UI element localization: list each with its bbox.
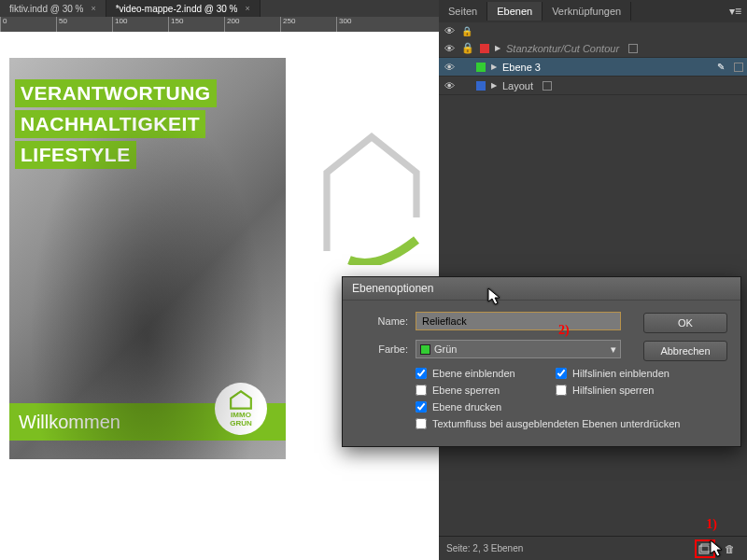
document-tab[interactable]: fiktiv.indd @ 30 %×	[0, 0, 106, 17]
lock-header-icon: 🔒	[461, 26, 472, 36]
layer-name-input[interactable]	[416, 312, 621, 330]
layer-color-swatch	[476, 81, 486, 91]
edit-icon[interactable]: ✎	[717, 62, 725, 72]
visibility-toggle-icon[interactable]: 👁	[443, 62, 456, 73]
panel-menu-icon[interactable]: ▾≡	[724, 5, 747, 18]
layer-color-swatch	[476, 63, 486, 72]
ok-button[interactable]: OK	[643, 313, 727, 333]
shape-outline-icon	[316, 125, 428, 265]
selection-indicator[interactable]	[628, 44, 638, 53]
lock-layer-checkbox[interactable]: Ebene sperren	[416, 385, 556, 396]
lock-guides-checkbox[interactable]: Hilfslinien sperren	[556, 385, 714, 396]
chevron-down-icon: ▾	[611, 343, 616, 356]
selection-indicator[interactable]	[543, 81, 552, 91]
welcome-bar: Willkommen IMMO GRÜN	[9, 403, 286, 441]
headline-text: LIFESTYLE	[15, 141, 136, 169]
show-layer-checkbox[interactable]: Ebene einblenden	[416, 368, 556, 379]
show-guides-checkbox[interactable]: Hilfslinien einblenden	[556, 368, 714, 379]
lock-icon[interactable]: 🔒	[461, 42, 474, 54]
document-tab[interactable]: *video-mappe-2.indd @ 30 %×	[106, 0, 261, 17]
layer-name: Stanzkontur/Cut Contour	[506, 43, 619, 54]
layer-row[interactable]: 👁 ▶ Layout	[439, 77, 747, 95]
visibility-toggle-icon[interactable]: 👁	[443, 80, 456, 91]
annotation-marker: 2)	[558, 323, 570, 338]
dialog-title: Ebenenoptionen	[343, 277, 740, 301]
horizontal-ruler: 0 50 100 150 200 250 300	[0, 17, 439, 32]
layer-color-swatch	[480, 44, 489, 53]
headline-text: NACHHALTIGKEIT	[15, 110, 205, 138]
close-icon[interactable]: ×	[246, 4, 250, 13]
close-icon[interactable]: ×	[91, 4, 95, 13]
new-layer-button[interactable]	[695, 539, 715, 558]
layer-color-select[interactable]: Grün ▾	[416, 340, 621, 358]
document-tab-label: *video-mappe-2.indd @ 30 %	[116, 4, 238, 14]
suppress-wrap-checkbox[interactable]: Textumfluss bei ausgeblendeten Ebenen un…	[416, 418, 714, 429]
annotation-marker: 1)	[706, 517, 717, 532]
layer-options-dialog: Ebenenoptionen OK Abbrechen Name: Farbe:…	[342, 276, 741, 447]
panel-tabs: Seiten Ebenen Verknüpfungen ▾≡	[439, 0, 747, 22]
layer-row[interactable]: 👁 🔒 ▶ Stanzkontur/Cut Contour	[439, 39, 747, 58]
cancel-button[interactable]: Abbrechen	[643, 341, 727, 361]
color-chip-icon	[420, 344, 430, 355]
layer-name: Layout	[502, 80, 533, 91]
layer-name: Ebene 3	[502, 62, 541, 73]
page-artwork[interactable]: VERANTWORTUNG NACHHALTIGKEIT LIFESTYLE W…	[9, 58, 286, 459]
selection-indicator[interactable]	[734, 63, 743, 72]
visibility-toggle-icon[interactable]: 👁	[443, 43, 456, 54]
panel-status-text: Seite: 2, 3 Ebenen	[446, 543, 523, 553]
print-layer-checkbox[interactable]: Ebene drucken	[416, 401, 556, 413]
visibility-header-icon: 👁	[443, 25, 456, 36]
layer-row[interactable]: 👁 ▶ Ebene 3 ✎	[439, 58, 747, 77]
name-label: Name:	[356, 315, 408, 327]
disclosure-icon[interactable]: ▶	[491, 63, 497, 71]
panel-tab-links[interactable]: Verknüpfungen	[543, 2, 631, 21]
welcome-text: Willkommen	[19, 412, 120, 433]
headline-text: VERANTWORTUNG	[15, 79, 217, 107]
color-label: Farbe:	[356, 343, 408, 355]
disclosure-icon[interactable]: ▶	[491, 81, 497, 90]
panel-footer: Seite: 2, 3 Ebenen	[439, 536, 747, 560]
panel-tab-pages[interactable]: Seiten	[439, 2, 487, 21]
disclosure-icon[interactable]: ▶	[495, 44, 500, 52]
delete-layer-button[interactable]	[719, 539, 740, 558]
brand-logo: IMMO GRÜN	[215, 383, 267, 435]
panel-tab-layers[interactable]: Ebenen	[487, 2, 543, 21]
document-tab-label: fiktiv.indd @ 30 %	[9, 4, 83, 14]
